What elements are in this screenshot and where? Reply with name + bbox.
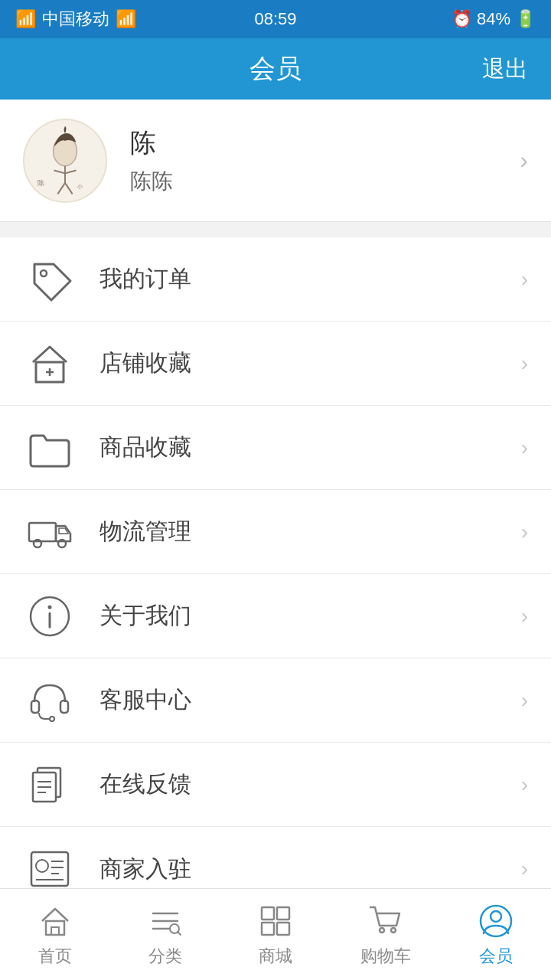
info-icon xyxy=(23,590,77,643)
category-icon xyxy=(146,902,184,940)
store-favorites-chevron: › xyxy=(521,351,528,376)
profile-username: 陈陈 xyxy=(130,167,520,196)
menu-label-orders: 我的订单 xyxy=(99,263,521,295)
svg-rect-43 xyxy=(277,923,289,935)
menu-item-customer-service[interactable]: 客服中心 › xyxy=(0,658,551,743)
menu-item-about[interactable]: 关于我们 › xyxy=(0,574,551,658)
signal-icon: 📶 xyxy=(15,9,36,29)
menu-label-logistics: 物流管理 xyxy=(99,516,521,547)
profile-chevron: › xyxy=(520,146,528,175)
nav-item-mall[interactable]: 商城 xyxy=(220,889,331,980)
status-left: 📶 中国移动 📶 xyxy=(15,8,136,31)
menu-label-product-favorites: 商品收藏 xyxy=(99,432,521,463)
svg-point-21 xyxy=(50,717,54,721)
menu-label-feedback: 在线反馈 xyxy=(99,769,521,800)
profile-name: 陈 xyxy=(130,126,520,161)
svg-text:小: 小 xyxy=(77,183,83,188)
battery-text: 84% xyxy=(477,9,510,29)
mall-icon xyxy=(256,902,295,940)
headset-icon xyxy=(23,674,77,727)
nav-item-home[interactable]: 首页 xyxy=(0,889,110,980)
svg-rect-34 xyxy=(51,927,59,935)
orders-chevron: › xyxy=(521,267,528,292)
svg-rect-42 xyxy=(262,923,274,935)
logout-button[interactable]: 退出 xyxy=(482,54,528,85)
profile-card[interactable]: 陈 小 陈 陈陈 › xyxy=(0,100,551,222)
tag-icon xyxy=(23,253,77,306)
menu-item-feedback[interactable]: 在线反馈 › xyxy=(0,743,551,827)
nav-item-category[interactable]: 分类 xyxy=(110,889,220,980)
header: 会员 退出 xyxy=(0,38,551,100)
svg-line-39 xyxy=(178,932,181,935)
svg-rect-13 xyxy=(29,523,56,541)
svg-rect-41 xyxy=(277,907,289,920)
svg-rect-40 xyxy=(262,907,274,920)
profile-info: 陈 陈陈 xyxy=(130,126,520,196)
svg-point-9 xyxy=(41,270,47,276)
svg-point-44 xyxy=(380,928,384,933)
menu-label-customer-service: 客服中心 xyxy=(99,684,521,716)
about-chevron: › xyxy=(521,604,528,629)
nav-item-member[interactable]: 会员 xyxy=(441,889,551,980)
status-time: 08:59 xyxy=(254,9,296,29)
svg-text:陈: 陈 xyxy=(37,178,44,186)
nav-label-cart: 购物车 xyxy=(360,945,411,968)
folder-icon xyxy=(23,421,77,475)
svg-point-28 xyxy=(36,860,48,872)
cart-icon xyxy=(367,902,405,940)
svg-point-45 xyxy=(391,928,396,933)
nav-item-cart[interactable]: 购物车 xyxy=(331,889,441,980)
merchant-chevron: › xyxy=(521,857,528,881)
carrier-text: 中国移动 xyxy=(42,8,109,31)
nav-label-mall: 商城 xyxy=(259,945,292,968)
menu-label-store-favorites: 店铺收藏 xyxy=(99,348,521,379)
wifi-icon: 📶 xyxy=(116,9,136,29)
truck-icon xyxy=(23,505,77,559)
logistics-chevron: › xyxy=(521,520,528,544)
battery-icon: 🔋 xyxy=(515,9,536,29)
status-bar: 📶 中国移动 📶 08:59 ⏰ 84% 🔋 xyxy=(0,0,551,38)
header-title: 会员 xyxy=(249,51,302,87)
menu-label-merchant: 商家入驻 xyxy=(99,854,521,885)
status-right: ⏰ 84% 🔋 xyxy=(452,9,536,29)
feedback-icon xyxy=(23,758,77,812)
bottom-nav: 首页 分类 商城 xyxy=(0,888,551,980)
member-icon xyxy=(477,902,515,940)
nav-label-member: 会员 xyxy=(479,945,513,968)
menu-item-logistics[interactable]: 物流管理 › xyxy=(0,490,551,574)
feedback-chevron: › xyxy=(521,773,528,797)
store-icon xyxy=(23,337,77,390)
svg-point-47 xyxy=(491,911,501,922)
menu-item-orders[interactable]: 我的订单 › xyxy=(0,237,551,322)
menu-item-store-favorites[interactable]: 店铺收藏 › xyxy=(0,322,551,406)
menu-item-product-favorites[interactable]: 商品收藏 › xyxy=(0,406,551,490)
product-favorites-chevron: › xyxy=(521,436,528,460)
customer-service-chevron: › xyxy=(521,688,528,713)
svg-rect-20 xyxy=(60,701,68,713)
home-icon xyxy=(36,902,74,940)
nav-label-home: 首页 xyxy=(38,945,72,968)
svg-rect-19 xyxy=(31,701,39,713)
avatar: 陈 小 xyxy=(23,119,107,203)
svg-point-18 xyxy=(48,605,52,609)
menu-list: 我的订单 › 店铺收藏 › xyxy=(0,237,551,911)
nav-label-category: 分类 xyxy=(148,945,182,968)
alarm-icon: ⏰ xyxy=(452,9,472,29)
menu-label-about: 关于我们 xyxy=(99,600,521,632)
